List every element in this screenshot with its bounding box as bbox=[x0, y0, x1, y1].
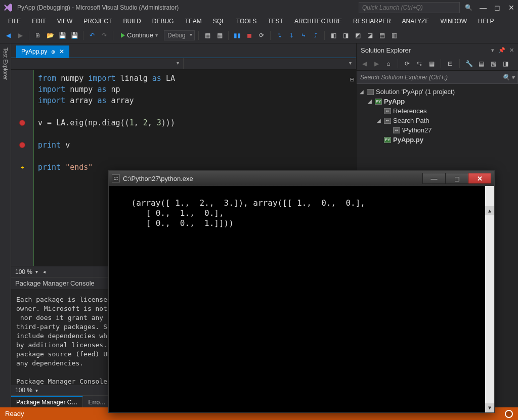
save-all-icon[interactable]: 💾 bbox=[69, 30, 79, 40]
pin-icon[interactable]: 📌 bbox=[498, 47, 505, 54]
nav-back-icon[interactable]: ◀ bbox=[3, 30, 13, 40]
config-dropdown[interactable]: Debug bbox=[164, 30, 195, 40]
scroll-left-icon[interactable]: ◂ bbox=[43, 269, 46, 274]
step-over-icon[interactable]: ⤷ bbox=[298, 30, 309, 40]
tool-icon[interactable]: ◩ bbox=[353, 30, 363, 40]
tool-icon[interactable]: ▥ bbox=[389, 30, 399, 40]
menu-project[interactable]: PROJECT bbox=[78, 16, 117, 26]
solution-explorer-header: Solution Explorer ▾ 📌 ✕ bbox=[357, 43, 518, 57]
menu-tools[interactable]: TOOLS bbox=[231, 16, 262, 26]
test-explorer-tab[interactable]: Test Explorer bbox=[0, 43, 11, 407]
step-out-icon[interactable]: ⤴ bbox=[311, 30, 321, 40]
home-icon[interactable]: ⌂ bbox=[384, 59, 393, 68]
sync-icon[interactable]: ⇆ bbox=[415, 59, 424, 68]
collapse-icon[interactable]: ⊟ bbox=[446, 59, 455, 68]
solution-search-input[interactable]: Search Solution Explorer (Ctrl+;) 🔍 ▾ bbox=[357, 71, 518, 84]
menu-sql[interactable]: SQL bbox=[208, 16, 230, 26]
tree-solution[interactable]: ◢ Solution 'PyApp' (1 project) bbox=[359, 87, 516, 97]
quick-launch-input[interactable] bbox=[359, 2, 460, 13]
window-title: PyApp (Debugging) - Microsoft Visual Stu… bbox=[17, 4, 179, 11]
stop-icon[interactable]: ◼ bbox=[244, 30, 254, 40]
undo-icon[interactable]: ↶ bbox=[87, 30, 97, 40]
chevron-down-icon[interactable]: ▾ bbox=[35, 388, 38, 393]
member-dropdown[interactable] bbox=[184, 58, 356, 69]
tool-icon[interactable]: ▤ bbox=[377, 30, 387, 40]
scroll-up-icon[interactable]: ▲ bbox=[485, 206, 494, 215]
pmc-zoom-level[interactable]: 100 % bbox=[15, 387, 32, 394]
breakpoint-icon[interactable] bbox=[19, 120, 25, 126]
status-indicator-icon bbox=[505, 410, 513, 418]
chevron-down-icon[interactable]: ▾ bbox=[35, 269, 38, 274]
bottom-tab[interactable]: Erro… bbox=[83, 396, 111, 407]
tree-project[interactable]: ◢ PY PyApp bbox=[359, 97, 516, 106]
properties-icon[interactable]: 🔧 bbox=[464, 59, 473, 68]
tree-references[interactable]: ▪▪ References bbox=[359, 106, 516, 116]
bottom-tab[interactable]: Package Manager C… bbox=[11, 396, 83, 407]
collapse-icon[interactable]: ⊟ bbox=[350, 74, 354, 85]
console-scrollbar[interactable]: ▲ ▼ bbox=[485, 186, 494, 412]
tree-python27[interactable]: ▪▪ \Python27 bbox=[359, 125, 516, 135]
tool-icon[interactable]: ▦ bbox=[202, 30, 212, 40]
tool-icon[interactable]: ▦ bbox=[427, 59, 436, 68]
solution-tree[interactable]: ◢ Solution 'PyApp' (1 project) ◢ PY PyAp… bbox=[357, 84, 518, 148]
tool-icon[interactable]: ◨ bbox=[340, 30, 351, 40]
close-tab-icon[interactable]: ✕ bbox=[59, 48, 64, 55]
menu-file[interactable]: FILE bbox=[3, 16, 26, 26]
menu-view[interactable]: VIEW bbox=[52, 16, 78, 26]
open-icon[interactable]: 📂 bbox=[45, 30, 55, 40]
restart-icon[interactable]: ⟳ bbox=[256, 30, 267, 40]
menu-build[interactable]: BUILD bbox=[118, 16, 146, 26]
current-line-icon: ➔ bbox=[20, 162, 24, 173]
tree-file-pyapp[interactable]: PY PyApp.py bbox=[359, 135, 516, 145]
search-icon[interactable]: 🔍 bbox=[465, 4, 472, 11]
pin-icon[interactable]: ⊕ bbox=[51, 49, 55, 55]
menu-help[interactable]: HELP bbox=[473, 16, 499, 26]
tool-icon[interactable]: ◧ bbox=[328, 30, 338, 40]
nav-fwd-icon[interactable]: ▶ bbox=[15, 30, 25, 40]
redo-icon[interactable]: ↷ bbox=[99, 30, 109, 40]
view-icon[interactable]: ▧ bbox=[489, 59, 498, 68]
back-icon[interactable]: ◀ bbox=[360, 59, 369, 68]
close-icon[interactable]: ✕ bbox=[509, 47, 514, 54]
fwd-icon[interactable]: ▶ bbox=[372, 59, 381, 68]
breakpoint-icon[interactable] bbox=[19, 142, 25, 148]
menu-edit[interactable]: EDIT bbox=[27, 16, 51, 26]
chevron-down-icon[interactable]: ▾ bbox=[491, 47, 494, 54]
python-console-window[interactable]: C: C:\Python27\python.exe — ◻ ✕ (array([… bbox=[108, 170, 495, 413]
show-all-icon[interactable]: ▤ bbox=[477, 59, 486, 68]
references-icon: ▪▪ bbox=[384, 108, 391, 114]
save-icon[interactable]: 💾 bbox=[57, 30, 67, 40]
close-icon[interactable]: ✕ bbox=[508, 4, 515, 11]
console-close-button[interactable]: ✕ bbox=[468, 173, 491, 184]
menu-analyze[interactable]: ANALYZE bbox=[397, 16, 435, 26]
menu-resharper[interactable]: RESHARPER bbox=[348, 16, 396, 26]
scope-dropdown[interactable] bbox=[11, 58, 184, 69]
solution-toolbar: ◀ ▶ ⌂ ⟳ ⇆ ▦ ⊟ 🔧 ▤ ▧ ◨ bbox=[357, 57, 518, 71]
menu-team[interactable]: TEAM bbox=[180, 16, 206, 26]
console-minimize-button[interactable]: — bbox=[422, 173, 446, 184]
console-maximize-button[interactable]: ◻ bbox=[445, 173, 468, 184]
zoom-level[interactable]: 100 % bbox=[15, 268, 32, 275]
step-icon[interactable]: ↴ bbox=[274, 30, 284, 40]
tool-icon[interactable]: ◨ bbox=[501, 59, 510, 68]
menu-window[interactable]: WINDOW bbox=[435, 16, 472, 26]
panel-title: Solution Explorer bbox=[361, 46, 411, 54]
maximize-icon[interactable]: ◻ bbox=[494, 4, 501, 11]
tab-pyapp[interactable]: PyApp.py ⊕ ✕ bbox=[16, 45, 69, 58]
minimize-icon[interactable]: — bbox=[480, 4, 487, 11]
refresh-icon[interactable]: ⟳ bbox=[403, 59, 412, 68]
tool-icon[interactable]: ◪ bbox=[365, 30, 375, 40]
menu-architecture[interactable]: ARCHITECTURE bbox=[289, 16, 347, 26]
console-title: C:\Python27\python.exe bbox=[123, 175, 193, 182]
new-project-icon[interactable]: 🗎 bbox=[33, 30, 43, 40]
pause-icon[interactable]: ▮▮ bbox=[232, 30, 242, 40]
continue-button[interactable]: Continue ▾ bbox=[117, 30, 162, 40]
console-output[interactable]: (array([ 1., 2., 3.]), array([[ 1., 0., … bbox=[109, 186, 494, 412]
menu-test[interactable]: TEST bbox=[263, 16, 288, 26]
console-title-bar[interactable]: C: C:\Python27\python.exe — ◻ ✕ bbox=[109, 171, 494, 186]
step-into-icon[interactable]: ⤵ bbox=[286, 30, 296, 40]
tree-search-path[interactable]: ◢ ▪▪ Search Path bbox=[359, 116, 516, 125]
scroll-down-icon[interactable]: ▼ bbox=[485, 403, 494, 412]
tool-icon[interactable]: ▦ bbox=[214, 30, 225, 40]
menu-debug[interactable]: DEBUG bbox=[147, 16, 179, 26]
